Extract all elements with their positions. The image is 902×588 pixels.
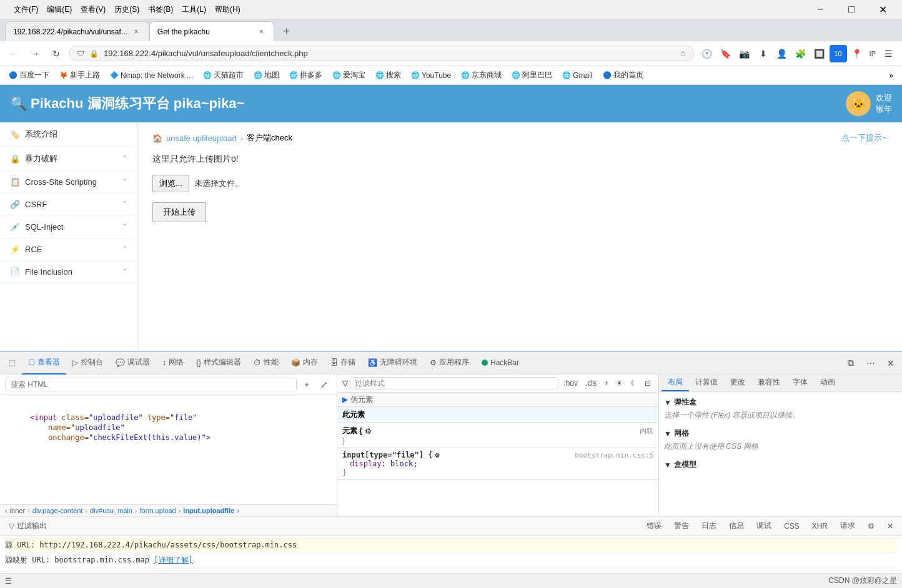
menu-bookmarks[interactable]: 书签(B) <box>144 3 177 16</box>
console-xhr-btn[interactable]: XHR <box>808 521 831 532</box>
bookmarks-more-button[interactable]: » <box>885 70 897 81</box>
subtab-layout[interactable]: 布局 <box>662 375 689 391</box>
reload-button[interactable]: ↻ <box>47 45 65 62</box>
element-gear-icon[interactable]: ⚙ <box>365 427 372 436</box>
path-input-uploadfile[interactable]: input.uploadfile <box>183 507 234 514</box>
console-info-btn[interactable]: 信息 <box>725 519 748 532</box>
bookmark-youtube[interactable]: 🌐 YouTube <box>407 70 455 81</box>
path-nav-right[interactable]: › <box>237 507 239 514</box>
devtools-perf-tab[interactable]: ⏱ 性能 <box>247 352 285 375</box>
bookmark-baidu[interactable]: 🔵 百度一下 <box>5 69 53 82</box>
css-screenshot-button[interactable]: ⊡ <box>642 378 653 389</box>
history-icon[interactable]: 🕐 <box>698 45 716 62</box>
breadcrumb-hint[interactable]: 点一下提示~ <box>841 132 887 144</box>
menu-button[interactable]: ☰ <box>880 45 897 62</box>
bookmark-search[interactable]: 🌐 搜索 <box>372 69 405 82</box>
console-warn-btn[interactable]: 警告 <box>670 519 693 532</box>
devtools-hackbar-tab[interactable]: HackBar <box>475 352 525 375</box>
css-rule-gear[interactable]: ⚙ <box>435 451 440 459</box>
devtools-storage-tab[interactable]: 🗄 存储 <box>324 352 362 375</box>
devtools-viewer-tab[interactable]: ☐ 查看器 <box>22 352 66 375</box>
sidebar-item-rce[interactable]: ⚡ RCE ˅ <box>0 238 137 261</box>
bookmark-taobao[interactable]: 🌐 爱淘宝 <box>329 69 369 82</box>
sidebar-item-fileinclusion[interactable]: 📄 File Inclusion ˅ <box>0 261 137 283</box>
devtools-inspector-btn[interactable]: ⬚ <box>2 352 22 375</box>
filter-output-button[interactable]: ▽ 过滤输出 <box>5 519 51 532</box>
screenshot-icon[interactable]: 📷 <box>736 45 753 62</box>
bookmark-pdd[interactable]: 🌐 拼多多 <box>285 69 326 82</box>
sidebar-item-intro[interactable]: 🏷️ 系统介绍 <box>0 122 137 147</box>
menu-history[interactable]: 历史(S) <box>111 3 143 16</box>
bookmark-mypage[interactable]: 🔵 我的首页 <box>599 69 647 82</box>
close-button[interactable]: ✕ <box>868 0 897 19</box>
menu-file[interactable]: 文件(F) <box>10 3 42 16</box>
menu-edit[interactable]: 编辑(E) <box>43 3 76 16</box>
sidebar-item-bruteforce[interactable]: 🔒 暴力破解 ˅ <box>0 147 137 171</box>
upload-button[interactable]: 开始上传 <box>152 202 206 222</box>
html-pin-button[interactable]: ⤢ <box>317 377 332 392</box>
devtools-more-button[interactable]: ⋯ <box>862 355 880 372</box>
bookmark-tmall[interactable]: 🌐 天猫超市 <box>199 69 247 82</box>
new-tab-button[interactable]: + <box>277 21 297 41</box>
flex-section-title[interactable]: ▼ 弹性盒 <box>664 397 897 408</box>
download-icon[interactable]: ⬇ <box>755 45 772 62</box>
star-icon[interactable]: ☆ <box>680 49 686 58</box>
subtab-computed[interactable]: 计算值 <box>689 375 724 391</box>
tab-2[interactable]: Get the pikachu ✕ <box>149 21 274 41</box>
reading-list-icon[interactable]: 🔖 <box>717 45 735 62</box>
bookmark-gmail[interactable]: 🌐 Gmail <box>558 70 596 81</box>
location-icon[interactable]: 📍 <box>848 45 866 62</box>
grid-section-title[interactable]: ▼ 网格 <box>664 428 897 439</box>
tab-1[interactable]: 192.168.222.4/pikachu/vul/unsaf... ✕ <box>5 21 149 41</box>
sidebar-item-sqli[interactable]: 💉 SQL-Inject ˅ <box>0 216 137 238</box>
css-hover-button[interactable]: :hov <box>561 378 580 389</box>
console-error-btn[interactable]: 错误 <box>643 519 665 532</box>
forward-button[interactable]: → <box>26 45 44 62</box>
status-left-icon[interactable]: ☰ <box>5 577 12 586</box>
devtools-undock-button[interactable]: ⧉ <box>842 355 860 372</box>
path-page-content[interactable]: div.page-content <box>32 507 83 514</box>
devtools-style-tab[interactable]: {} 样式编辑器 <box>190 352 247 375</box>
url-bar[interactable]: 🛡 🔒 192.168.222.4/pikachu/vul/unsafeuplo… <box>69 46 695 61</box>
console-debug-btn[interactable]: 调试 <box>753 519 775 532</box>
tab-2-close[interactable]: ✕ <box>256 27 266 37</box>
profile-icon[interactable]: 👤 <box>773 45 791 62</box>
devtools-app-tab[interactable]: ⚙ 应用程序 <box>424 352 475 375</box>
console-msg-2-link[interactable]: [详细了解] <box>154 556 192 564</box>
pseudo-expand[interactable]: ▶ <box>340 393 350 406</box>
subtab-compat[interactable]: 兼容性 <box>751 375 786 391</box>
bookmark-newbie[interactable]: 🦊 新手上路 <box>56 69 104 82</box>
css-filter-input[interactable] <box>350 377 558 390</box>
console-settings-btn[interactable]: ⚙ <box>864 521 878 532</box>
devtools-accessibility-tab[interactable]: ♿ 无障碍环境 <box>362 352 424 375</box>
box-model-title[interactable]: ▼ 盒模型 <box>664 459 897 470</box>
back-button[interactable]: ← <box>5 45 22 62</box>
subtab-fonts[interactable]: 字体 <box>786 375 814 391</box>
sidebar-item-csrf[interactable]: 🔗 CSRF ˅ <box>0 194 137 216</box>
console-request-btn[interactable]: 请求 <box>836 519 859 532</box>
bookmark-nmap[interactable]: 🔷 Nmap: the Network ... <box>106 70 197 81</box>
bookmark-alibaba[interactable]: 🌐 阿里巴巴 <box>508 69 556 82</box>
extensions-icon[interactable]: 🧩 <box>792 45 810 62</box>
bookmark-jd[interactable]: 🌐 京东商城 <box>457 69 505 82</box>
path-form-upload[interactable]: form.upload <box>140 507 176 514</box>
css-light-button[interactable]: ☀ <box>613 378 625 389</box>
menu-help[interactable]: 帮助(H) <box>211 3 244 16</box>
devtools-memory-tab[interactable]: 📦 内存 <box>285 352 324 375</box>
devtools-close-button[interactable]: ✕ <box>882 355 900 372</box>
html-search-input[interactable] <box>5 378 297 391</box>
console-css-btn[interactable]: CSS <box>780 521 803 532</box>
tab-1-close[interactable]: ✕ <box>131 27 141 37</box>
breadcrumb-home[interactable]: unsafe upfileupload <box>166 134 237 143</box>
css-cls-button[interactable]: .cls <box>583 378 599 389</box>
devtools-console-tab[interactable]: ▷ 控制台 <box>66 352 109 375</box>
sidebar-item-xss[interactable]: 📋 Cross-Site Scripting ˅ <box>0 171 137 194</box>
menu-view[interactable]: 查看(V) <box>77 3 109 16</box>
minimize-button[interactable]: − <box>806 0 835 19</box>
subtab-changes[interactable]: 更改 <box>724 375 751 391</box>
containers-icon[interactable]: 🔲 <box>811 45 828 62</box>
html-add-button[interactable]: + <box>299 377 314 392</box>
subtab-animation[interactable]: 动画 <box>814 375 841 391</box>
css-dark-button[interactable]: ☾ <box>628 378 640 389</box>
css-add-rule-button[interactable]: + <box>602 378 611 389</box>
